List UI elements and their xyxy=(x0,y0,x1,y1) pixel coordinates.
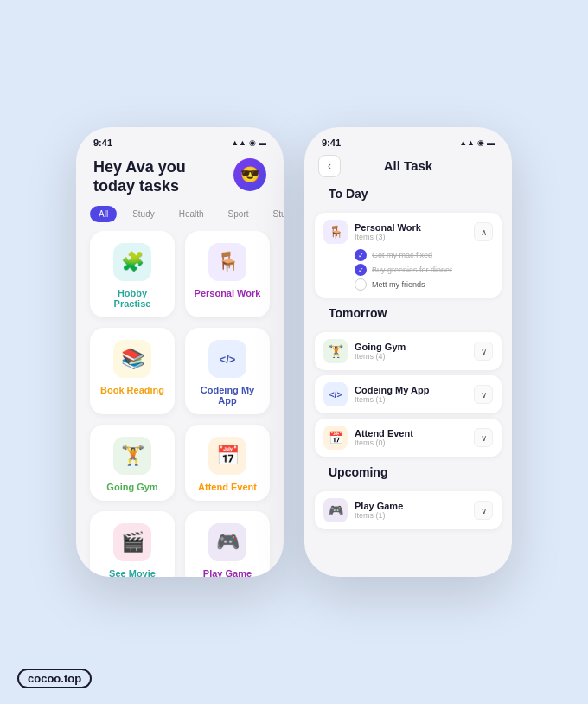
grid-item-coding[interactable]: </> Codeing My App xyxy=(185,328,270,414)
grid-item-personal[interactable]: 🪑 Personal Work xyxy=(185,231,270,317)
status-icons-left: ▲▲ ◉ ▬ xyxy=(231,138,266,147)
right-phone: 9:41 ▲▲ ◉ ▬ ‹ All Task To Day 🪑 Personal… xyxy=(304,127,512,577)
task-header-playgame: 🎮 Play Game Items (1) ∨ xyxy=(323,498,493,522)
coding-chevron[interactable]: ∨ xyxy=(474,385,493,404)
filter-study2[interactable]: Study xyxy=(265,206,284,222)
signal-icon: ▲▲ xyxy=(231,138,246,147)
personal-chevron[interactable]: ∧ xyxy=(474,222,493,241)
sub-text-2: Buy greenies for dinner xyxy=(372,266,452,274)
grid-item-event[interactable]: 📅 Attend Event xyxy=(185,425,270,501)
task-list: To Day 🪑 Personal Work Items (3) ∧ ✓ Got… xyxy=(304,183,512,529)
check-empty-3 xyxy=(355,278,367,291)
task-left-coding: </> Codeing My App Items (1) xyxy=(323,382,429,406)
task-left-playgame: 🎮 Play Game Items (1) xyxy=(323,498,403,522)
playgame-task-info: Play Game Items (1) xyxy=(355,501,403,520)
coding-task-info: Codeing My App Items (1) xyxy=(355,385,429,404)
sub-text-1: Got my mac fixed xyxy=(372,251,432,259)
battery-icon: ▬ xyxy=(259,138,266,147)
status-bar-right: 9:41 ▲▲ ◉ ▬ xyxy=(304,127,512,151)
gym-task-info: Going Gym Items (4) xyxy=(355,342,406,361)
coding-task-count: Items (1) xyxy=(355,395,429,404)
section-today: To Day xyxy=(315,183,502,208)
playgame-task-icon: 🎮 xyxy=(323,498,348,522)
book-icon: 📚 xyxy=(121,348,144,370)
section-tomorrow: Tomorrow xyxy=(315,303,502,327)
watermark: cocoo.top xyxy=(17,669,92,688)
time-right: 9:41 xyxy=(322,138,341,148)
wifi-icon-r: ◉ xyxy=(477,138,484,147)
personal-icon-box: 🪑 xyxy=(208,243,246,281)
book-icon-box: 📚 xyxy=(113,340,151,378)
left-phone: 9:41 ▲▲ ◉ ▬ Hey Ava youtoday tasks 😎 All… xyxy=(76,127,284,577)
grid-item-play[interactable]: 🎮 Play Game xyxy=(185,511,270,577)
gym-task-name: Going Gym xyxy=(355,342,406,352)
avatar[interactable]: 😎 xyxy=(233,158,266,191)
filter-sport[interactable]: Sport xyxy=(220,206,258,222)
personal-task-icon: 🪑 xyxy=(323,220,348,244)
playgame-task-name: Play Game xyxy=(355,501,403,511)
task-header-event: 📅 Attend Event Items (0) ∨ xyxy=(323,426,493,450)
task-card-personal[interactable]: 🪑 Personal Work Items (3) ∧ ✓ Got my mac… xyxy=(315,213,502,298)
task-card-event[interactable]: 📅 Attend Event Items (0) ∨ xyxy=(315,419,502,457)
task-card-coding[interactable]: </> Codeing My App Items (1) ∨ xyxy=(315,375,502,413)
gym-chevron[interactable]: ∨ xyxy=(474,342,493,361)
book-label: Book Reading xyxy=(100,385,164,395)
sub-text-3: Mett my friends xyxy=(372,280,425,289)
filter-all[interactable]: All xyxy=(90,206,117,222)
check-done-2: ✓ xyxy=(355,264,367,276)
movie-icon: 🎬 xyxy=(121,531,144,554)
grid-item-book[interactable]: 📚 Book Reading xyxy=(90,328,175,414)
hobby-icon-box: 🧩 xyxy=(113,243,151,281)
hobby-label: Hobby Practise xyxy=(99,288,166,309)
grid-item-hobby[interactable]: 🧩 Hobby Practise xyxy=(90,231,175,317)
greeting-text: Hey Ava youtoday tasks xyxy=(93,158,186,195)
coding-icon-box: </> xyxy=(208,340,246,378)
sub-item-1: ✓ Got my mac fixed xyxy=(355,249,493,261)
task-card-playgame[interactable]: 🎮 Play Game Items (1) ∨ xyxy=(315,491,502,529)
gym-icon-box: 🏋 xyxy=(113,437,151,475)
task-left-event: 📅 Attend Event Items (0) xyxy=(323,426,413,450)
hobby-icon: 🧩 xyxy=(121,251,144,273)
wifi-icon: ◉ xyxy=(249,138,256,147)
event-icon-box: 📅 xyxy=(208,437,246,475)
filter-tabs: All Study Health Sport Study Work xyxy=(76,206,284,231)
gym-label: Going Gym xyxy=(106,482,157,492)
event-task-count: Items (0) xyxy=(355,438,413,447)
task-left-personal: 🪑 Personal Work Items (3) xyxy=(323,220,421,244)
page-title: All Task xyxy=(384,158,432,173)
playgame-chevron[interactable]: ∨ xyxy=(474,501,493,520)
task-card-gym[interactable]: 🏋 Going Gym Items (4) ∨ xyxy=(315,332,502,370)
task-left-gym: 🏋 Going Gym Items (4) xyxy=(323,339,406,363)
play-label: Play Game xyxy=(203,568,252,577)
back-button[interactable]: ‹ xyxy=(318,155,341,177)
personal-icon: 🪑 xyxy=(216,251,240,273)
event-chevron[interactable]: ∨ xyxy=(474,428,493,447)
event-icon: 📅 xyxy=(216,445,240,467)
grid-item-gym[interactable]: 🏋 Going Gym xyxy=(90,425,175,501)
personal-task-count: Items (3) xyxy=(355,233,421,241)
coding-task-name: Codeing My App xyxy=(355,385,429,395)
filter-study[interactable]: Study xyxy=(124,206,163,222)
personal-label: Personal Work xyxy=(195,288,261,298)
personal-sub-items: ✓ Got my mac fixed ✓ Buy greenies for di… xyxy=(323,249,493,291)
event-label: Attend Event xyxy=(198,482,257,492)
grid-item-movie[interactable]: 🎬 See Movie xyxy=(90,511,175,577)
filter-health[interactable]: Health xyxy=(170,206,213,222)
battery-icon-r: ▬ xyxy=(487,138,495,147)
left-header: Hey Ava youtoday tasks 😎 xyxy=(76,151,284,206)
play-icon-box: 🎮 xyxy=(208,523,246,561)
nav-header: ‹ All Task xyxy=(304,151,512,183)
personal-task-name: Personal Work xyxy=(355,222,421,233)
playgame-task-count: Items (1) xyxy=(355,511,403,520)
play-icon: 🎮 xyxy=(216,531,240,554)
task-header-coding: </> Codeing My App Items (1) ∨ xyxy=(323,382,493,406)
check-done-1: ✓ xyxy=(355,249,367,261)
coding-label: Codeing My App xyxy=(194,385,261,406)
gym-task-icon: 🏋 xyxy=(323,339,348,363)
movie-label: See Movie xyxy=(109,568,156,577)
sub-item-3: Mett my friends xyxy=(355,278,493,291)
task-header-personal: 🪑 Personal Work Items (3) ∧ xyxy=(323,220,493,244)
task-header-gym: 🏋 Going Gym Items (4) ∨ xyxy=(323,339,493,363)
status-bar-left: 9:41 ▲▲ ◉ ▬ xyxy=(76,127,284,151)
event-task-name: Attend Event xyxy=(355,428,413,438)
